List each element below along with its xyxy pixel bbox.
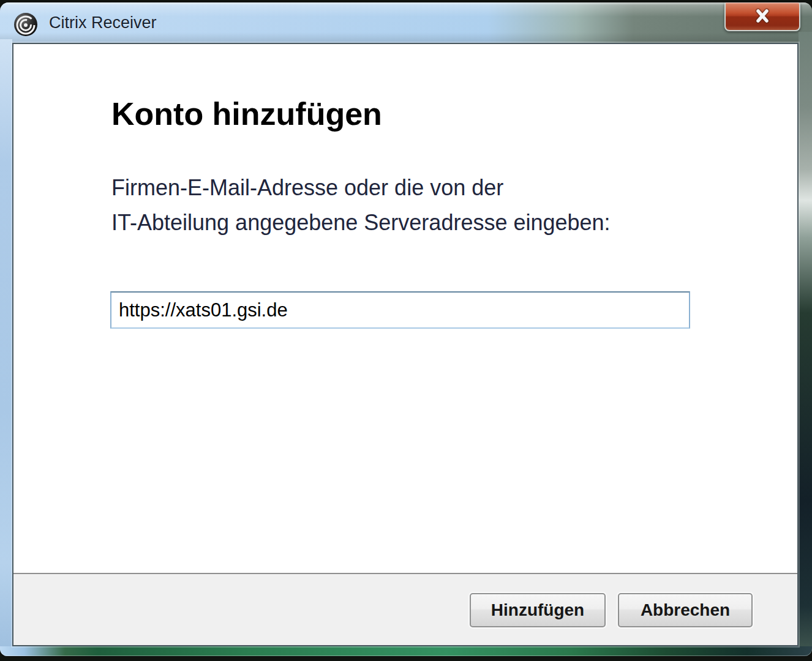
citrix-receiver-window: Citrix Receiver Konto hinzufügen Firmen-… bbox=[0, 2, 812, 656]
close-icon bbox=[752, 7, 773, 25]
server-address-input[interactable] bbox=[110, 291, 690, 329]
close-button[interactable] bbox=[724, 2, 800, 31]
dialog-main: Konto hinzufügen Firmen-E-Mail-Adresse o… bbox=[13, 44, 797, 573]
citrix-logo-icon bbox=[13, 12, 38, 37]
window-title: Citrix Receiver bbox=[49, 2, 157, 44]
instruction-text: Firmen-E-Mail-Adresse oder die von der I… bbox=[111, 170, 611, 240]
dialog-heading: Konto hinzufügen bbox=[111, 95, 382, 132]
window-border-right bbox=[799, 32, 812, 656]
instruction-line-1: Firmen-E-Mail-Adresse oder die von der bbox=[111, 170, 611, 205]
abbrechen-button[interactable]: Abbrechen bbox=[618, 593, 753, 627]
dialog-content: Konto hinzufügen Firmen-E-Mail-Adresse o… bbox=[12, 43, 799, 646]
window-border-left bbox=[0, 39, 12, 656]
instruction-line-2: IT-Abteilung angegebene Serveradresse ei… bbox=[111, 205, 611, 240]
hinzufuegen-button[interactable]: Hinzufügen bbox=[470, 593, 606, 627]
titlebar[interactable]: Citrix Receiver bbox=[0, 2, 812, 44]
dialog-footer: Hinzufügen Abbrechen bbox=[13, 573, 797, 645]
window-border-bottom bbox=[0, 646, 812, 656]
